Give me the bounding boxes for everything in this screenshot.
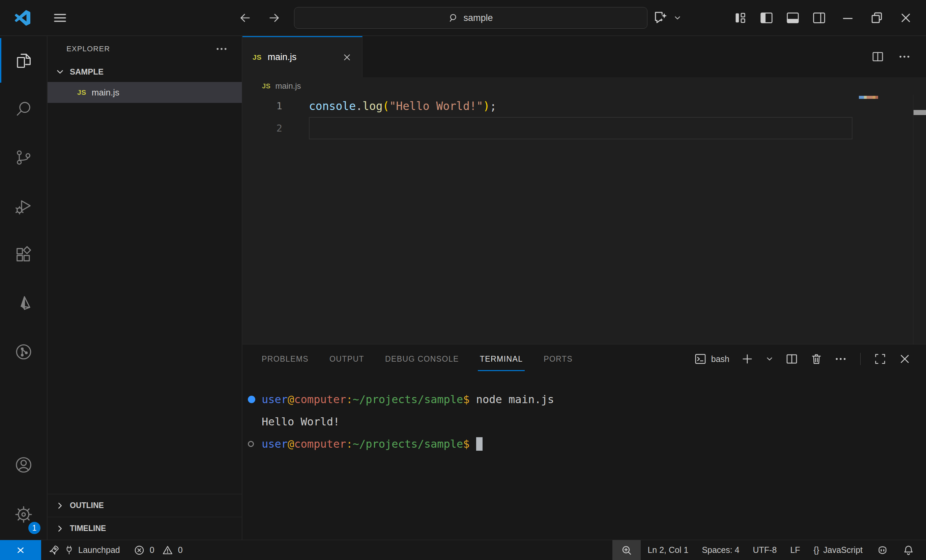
back-arrow-icon[interactable]: [238, 11, 252, 25]
activity-explorer[interactable]: [0, 36, 47, 85]
terminal-line: user@computer:~/projects/sample$: [242, 433, 926, 455]
notifications[interactable]: [896, 540, 926, 560]
activity-bar-spacer: [0, 376, 47, 440]
activity-extensions[interactable]: [0, 230, 47, 279]
more-actions-icon[interactable]: [834, 352, 847, 366]
status-bar: Launchpad 0 0 Ln 2, Col 1 Spaces: 4 UTF-…: [0, 540, 926, 560]
menu-icon[interactable]: [52, 10, 68, 26]
remote-indicator[interactable]: [0, 540, 41, 560]
encoding[interactable]: UTF-8: [746, 540, 784, 560]
chevron-right-icon: [55, 524, 65, 534]
forward-arrow-icon[interactable]: [267, 11, 281, 25]
sidebar-empty-space: [48, 103, 242, 494]
copilot-menu[interactable]: [652, 9, 682, 27]
language-mode[interactable]: {} JavaScript: [807, 540, 869, 560]
js-file-icon: JS: [253, 53, 262, 61]
copilot-status[interactable]: [869, 540, 896, 560]
timeline-section[interactable]: TIMELINE: [48, 517, 242, 540]
chevron-down-icon: [673, 14, 682, 22]
activity-search[interactable]: [0, 85, 47, 133]
source-control-icon: [14, 148, 33, 167]
workbench: 1 EXPLORER SAMPLE JS main.js: [0, 36, 926, 540]
activity-circle-branch-extension[interactable]: [0, 328, 47, 376]
more-actions-icon[interactable]: [898, 50, 911, 64]
customize-layout-icon[interactable]: [732, 10, 748, 26]
new-terminal-icon[interactable]: [740, 352, 754, 366]
activity-source-control[interactable]: [0, 133, 47, 182]
activity-account[interactable]: [0, 440, 47, 489]
error-count: 0: [150, 545, 154, 555]
toggle-secondary-sidebar-icon[interactable]: [811, 10, 827, 26]
more-actions-icon[interactable]: [215, 42, 228, 56]
chevron-right-icon: [55, 501, 65, 511]
run-and-debug-icon: [14, 196, 33, 216]
toggle-panel-icon[interactable]: [785, 10, 800, 26]
rocket-icon: [48, 544, 60, 556]
search-icon: [448, 13, 458, 23]
shell-label: bash: [711, 354, 729, 364]
tab-label: main.js: [268, 52, 297, 62]
line-number: 1: [242, 95, 282, 117]
current-line-highlight: [309, 117, 852, 139]
shell-selector[interactable]: bash: [694, 352, 729, 366]
file-item-mainjs[interactable]: JS main.js: [48, 82, 242, 103]
restore-icon[interactable]: [869, 11, 884, 25]
editor-actions: [871, 36, 926, 77]
remote-icon: [15, 544, 27, 556]
zoom-indicator[interactable]: [613, 540, 641, 560]
terminal-icon: [694, 352, 707, 366]
close-tab-icon[interactable]: [342, 52, 352, 62]
braces-icon: {}: [814, 545, 819, 555]
circle-branch-extension-icon: [14, 342, 33, 362]
launchpad-item[interactable]: Launchpad: [41, 540, 127, 560]
code-editor[interactable]: 1 console.log("Hello World!"); 2: [242, 95, 926, 344]
tab-terminal[interactable]: TERMINAL: [480, 344, 523, 374]
split-terminal-icon[interactable]: [785, 352, 799, 366]
chevron-down-icon[interactable]: [765, 354, 774, 363]
maximize-panel-icon[interactable]: [873, 352, 887, 366]
terminal-line: Hello World!: [242, 410, 926, 433]
folder-section-sample[interactable]: SAMPLE: [48, 62, 242, 82]
copilot-chat-icon: [652, 9, 670, 27]
close-panel-icon[interactable]: [898, 352, 912, 366]
copilot-status-icon: [876, 544, 889, 557]
eol-sequence[interactable]: LF: [783, 540, 806, 560]
tab-mainjs[interactable]: JS main.js: [242, 36, 363, 77]
tab-output[interactable]: OUTPUT: [330, 344, 364, 374]
activity-pyramid-extension[interactable]: [0, 279, 47, 328]
cursor-position[interactable]: Ln 2, Col 1: [641, 540, 695, 560]
minimap-code-mark: [859, 96, 878, 99]
bell-icon: [902, 544, 914, 556]
folder-name: SAMPLE: [70, 67, 103, 77]
editor-scrollbar[interactable]: [913, 95, 926, 344]
vscode-window: sample: [0, 0, 926, 560]
problems-item[interactable]: 0 0: [127, 540, 189, 560]
launchpad-label: Launchpad: [78, 545, 120, 555]
outline-section[interactable]: OUTLINE: [48, 494, 242, 517]
activity-settings[interactable]: 1: [0, 489, 47, 540]
kill-terminal-icon[interactable]: [809, 352, 823, 366]
tab-problems[interactable]: PROBLEMS: [262, 344, 309, 374]
js-file-icon: JS: [77, 88, 86, 97]
divider: [860, 353, 861, 365]
split-editor-icon[interactable]: [871, 50, 885, 64]
tab-ports[interactable]: PORTS: [543, 344, 573, 374]
toggle-primary-sidebar-icon[interactable]: [759, 10, 774, 26]
line-number: 2: [242, 117, 282, 139]
search-value: sample: [463, 13, 493, 23]
command-center-search[interactable]: sample: [294, 7, 648, 29]
breadcrumb[interactable]: JS main.js: [242, 77, 926, 95]
layout-controls: [732, 10, 827, 26]
terminal-text: user@computer:~/projects/sample$: [262, 437, 470, 450]
chevron-down-icon: [55, 67, 65, 77]
command-success-dot-icon: [248, 396, 255, 403]
terminal-text: Hello World!: [262, 415, 340, 428]
activity-run-debug[interactable]: [0, 182, 47, 230]
indentation[interactable]: Spaces: 4: [695, 540, 746, 560]
close-window-icon[interactable]: [898, 11, 913, 25]
minimize-icon[interactable]: [840, 11, 855, 25]
activity-bar: 1: [0, 36, 47, 540]
tab-debug-console[interactable]: DEBUG CONSOLE: [385, 344, 459, 374]
editor-tab-bar: JS main.js: [242, 36, 926, 77]
terminal[interactable]: user@computer:~/projects/sample$ node ma…: [242, 374, 926, 455]
